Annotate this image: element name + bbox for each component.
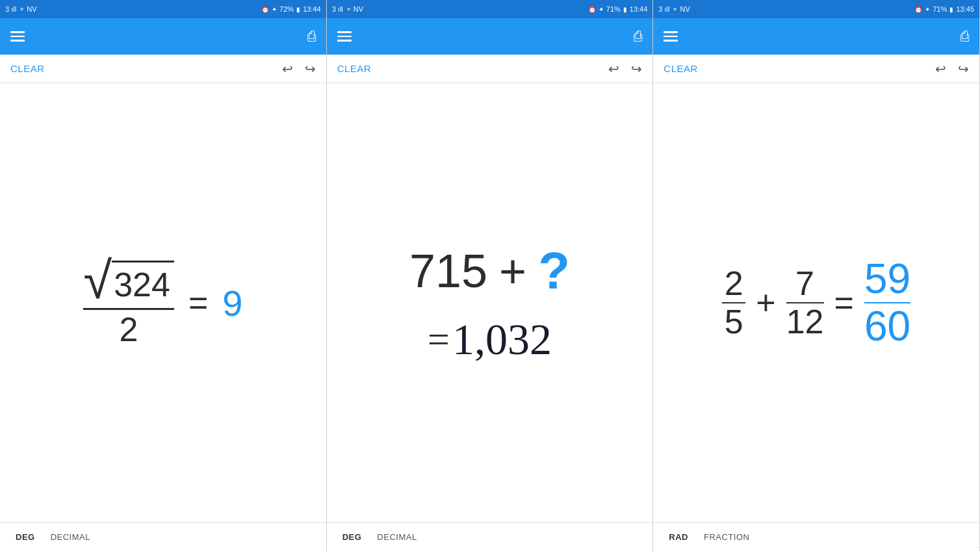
equals-handwritten: =: [428, 317, 450, 362]
action-bar-2: CLEAR: [327, 55, 653, 83]
result-handwritten: 1,032: [452, 314, 552, 365]
fraction-1: 2 5: [722, 265, 745, 341]
bottom-bar-1: DEG DECIMAL: [0, 522, 326, 551]
result-value-1: 9: [222, 282, 242, 324]
action-icons-3: [935, 61, 969, 77]
sqrt-symbol: √: [83, 257, 112, 304]
plus-operator: +: [756, 283, 775, 322]
fraction-result: 59 60: [864, 256, 910, 349]
sqrt-fraction: √ 324 2: [83, 257, 174, 348]
sqrt-numerator: √ 324: [83, 257, 174, 304]
math-expression-2: 715 + ? = 1,032: [409, 241, 570, 365]
action-icons-2: [608, 61, 642, 77]
undo-button-3[interactable]: [935, 61, 946, 77]
frac2-denominator: 12: [786, 303, 824, 340]
tab-decimal-2[interactable]: DECIMAL: [377, 532, 417, 542]
redo-button-3[interactable]: [958, 61, 969, 77]
time-2: 13:44: [630, 5, 648, 13]
status-bar-right-3: ⏰ ✦ 71% ▮ 13:45: [914, 5, 974, 13]
redo-button-1[interactable]: [305, 61, 316, 77]
clear-button-2[interactable]: CLEAR: [337, 63, 372, 74]
status-signal-1: 3 ıll: [5, 5, 16, 13]
battery-icon-2: ▮: [623, 6, 627, 13]
tab-deg-2[interactable]: DEG: [342, 532, 362, 542]
bottom-bar-2: DEG DECIMAL: [327, 522, 653, 551]
status-bar-left-3: 3 ıll ⚬ NV: [658, 5, 690, 14]
phone-panel-1: 3 ıll ⚬ NV ⏰ ✦ 72% ▮ 13:44 ⎙ CLEAR: [0, 0, 327, 551]
content-area-2: 715 + ? = 1,032: [327, 83, 653, 522]
share-button-1[interactable]: ⎙: [307, 28, 316, 45]
redo-button-2[interactable]: [631, 61, 642, 77]
clear-button-1[interactable]: CLEAR: [10, 63, 45, 74]
status-bar-right-2: ⏰ ✦ 71% ▮ 13:44: [588, 5, 648, 13]
app-toolbar-1: ⎙: [0, 18, 326, 55]
phone-panel-2: 3 ıll ⚬ NV ⏰ ✦ 71% ▮ 13:44 ⎙ CLEAR 715 +: [327, 0, 654, 551]
app-toolbar-2: ⎙: [327, 18, 653, 55]
bluetooth-icon-1: ✦: [272, 6, 277, 13]
app-toolbar-3: ⎙: [653, 18, 979, 55]
battery-level-1: 72%: [279, 5, 294, 13]
tab-rad-3[interactable]: RAD: [669, 532, 688, 542]
bluetooth-icon-3: ✦: [925, 6, 930, 13]
undo-button-1[interactable]: [282, 61, 293, 77]
status-bar-2: 3 ıll ⚬ NV ⏰ ✦ 71% ▮ 13:44: [327, 0, 653, 18]
battery-level-2: 71%: [606, 5, 621, 13]
frac2-numerator: 7: [795, 265, 814, 302]
fraction-2: 7 12: [786, 265, 824, 341]
action-bar-1: CLEAR: [0, 55, 326, 83]
alarm-icon-3: ⏰: [914, 6, 922, 13]
status-bar-left-2: 3 ıll ⚬ NV: [332, 5, 363, 14]
fraction-denominator-1: 2: [120, 311, 138, 348]
status-bar-right-1: ⏰ ✦ 72% ▮ 13:44: [261, 5, 321, 13]
content-area-3: 2 5 + 7 12 = 59 60: [653, 83, 979, 522]
menu-button-1[interactable]: [10, 31, 25, 42]
phone-panel-3: 3 ıll ⚬ NV ⏰ ✦ 71% ▮ 13:45 ⎙ CLEAR 2: [653, 0, 980, 551]
share-button-2[interactable]: ⎙: [634, 28, 642, 45]
status-bar-left-1: 3 ıll ⚬ NV: [5, 5, 36, 14]
tab-fraction-3[interactable]: FRACTION: [704, 532, 749, 542]
status-bar-1: 3 ıll ⚬ NV ⏰ ✦ 72% ▮ 13:44: [0, 0, 326, 18]
fraction-divider-1: [83, 308, 174, 310]
math-expression-1: √ 324 2 = 9: [83, 257, 242, 348]
tab-decimal-1[interactable]: DECIMAL: [51, 532, 90, 542]
sqrt-fraction-expr: √ 324 2 = 9: [83, 257, 242, 348]
battery-level-3: 71%: [933, 5, 947, 13]
bluetooth-icon-2: ✦: [599, 6, 604, 13]
undo-button-2[interactable]: [608, 61, 619, 77]
status-signal-2: 3 ıll: [332, 5, 343, 13]
equals-sign-1: =: [188, 283, 208, 322]
status-wifi-1: ⚬ NV: [19, 5, 36, 14]
result-denominator: 60: [864, 303, 910, 349]
menu-button-2[interactable]: [337, 31, 352, 42]
time-3: 13:45: [956, 5, 974, 13]
math-expression-3: 2 5 + 7 12 = 59 60: [722, 256, 910, 349]
equals-sign-3: =: [834, 283, 854, 322]
action-bar-3: CLEAR: [653, 55, 979, 83]
clear-button-3[interactable]: CLEAR: [664, 63, 698, 74]
operator-sign: +: [499, 244, 526, 298]
status-signal-3: 3 ıll: [658, 5, 669, 13]
tab-deg-1[interactable]: DEG: [16, 532, 35, 542]
operand1: 715: [409, 244, 487, 298]
status-wifi-2: ⚬ NV: [346, 5, 363, 14]
result-numerator: 59: [864, 256, 910, 301]
unknown-value: ?: [538, 241, 570, 301]
battery-icon-1: ▮: [296, 6, 300, 13]
frac1-numerator: 2: [725, 265, 743, 302]
share-button-3[interactable]: ⎙: [961, 28, 969, 45]
addition-expr: 715 + ?: [409, 241, 570, 301]
time-1: 13:44: [303, 5, 321, 13]
battery-icon-3: ▮: [949, 6, 953, 13]
alarm-icon-1: ⏰: [261, 6, 269, 13]
bottom-bar-3: RAD FRACTION: [653, 522, 979, 551]
menu-button-3[interactable]: [664, 31, 678, 42]
status-wifi-3: ⚬ NV: [672, 5, 690, 14]
frac1-denominator: 5: [725, 303, 743, 340]
sqrt-arg: 324: [112, 261, 174, 304]
alarm-icon-2: ⏰: [588, 6, 596, 13]
action-icons-1: [282, 61, 316, 77]
status-bar-3: 3 ıll ⚬ NV ⏰ ✦ 71% ▮ 13:45: [653, 0, 979, 18]
content-area-1: √ 324 2 = 9: [0, 83, 326, 522]
handwritten-answer: = 1,032: [428, 314, 552, 365]
